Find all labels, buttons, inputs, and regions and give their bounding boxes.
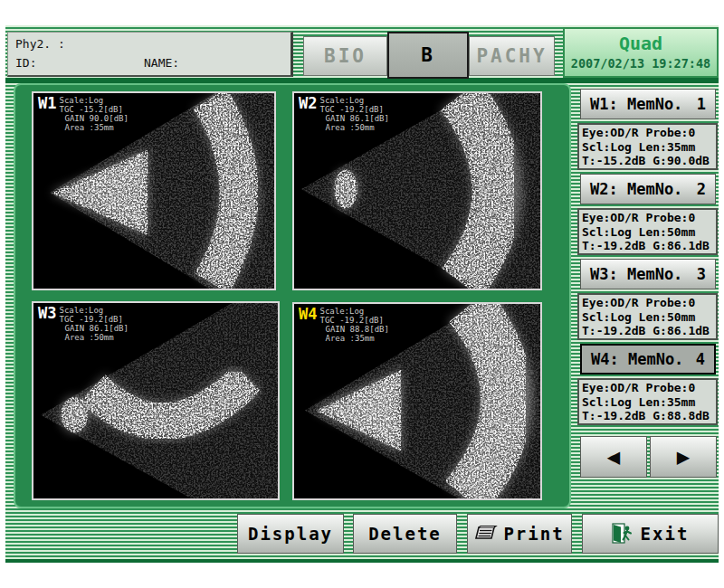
tgc-readout: TGC -15.2[dB]	[59, 105, 128, 114]
print-button[interactable]: Print	[467, 514, 572, 554]
scale-readout: Scale:Log	[59, 96, 128, 105]
scale-readout: Scale:Log	[319, 96, 388, 105]
scale-readout: Scale:Log	[319, 307, 388, 316]
tgc-gain-readout: T:-19.2dB G:86.1dB	[582, 239, 713, 253]
memory-info-w4: Eye:OD/R Probe:0 Scl:Log Len:35mm T:-19.…	[577, 378, 718, 425]
memory-pager: ◀ ▶	[580, 436, 718, 478]
image-overlay-w1: W1 Scale:Log TGC -15.2[dB] GAIN 90.0[dB]…	[38, 96, 129, 132]
area-readout: Area :35mm	[59, 123, 128, 132]
print-icon	[474, 525, 498, 543]
display-button-label: Display	[248, 524, 333, 544]
memory-title: W2: MemNo.	[590, 180, 682, 198]
window-label-w3: W3	[38, 306, 56, 321]
memory-button-w1[interactable]: W1: MemNo. 1	[580, 89, 716, 119]
left-arrow-icon: ◀	[607, 444, 620, 469]
window-label-w1: W1	[38, 96, 56, 111]
device-screen: Phy2. : ID: NAME: BIO B PACHY Quad 2007/…	[5, 25, 719, 563]
physician-label: Phy2. :	[15, 37, 65, 51]
gain-readout: GAIN 86.1[dB]	[59, 324, 128, 333]
area-readout: Area :50mm	[319, 123, 388, 132]
gain-readout: GAIN 86.1[dB]	[319, 114, 388, 123]
eye-probe-readout: Eye:OD/R Probe:0	[582, 381, 713, 395]
scale-length-readout: Scl:Log Len:50mm	[582, 225, 713, 240]
ultrasound-image-w2[interactable]: W2 Scale:Log TGC -19.2[dB] GAIN 86.1[dB]…	[292, 91, 542, 290]
tgc-gain-readout: T:-15.2dB G:90.0dB	[582, 154, 713, 168]
memory-button-w4-selected[interactable]: W4: MemNo. 4	[580, 344, 716, 375]
delete-button-label: Delete	[368, 524, 442, 544]
exit-door-icon	[612, 523, 635, 545]
tgc-readout: TGC -19.2[dB]	[319, 105, 388, 114]
tgc-readout: TGC -19.2[dB]	[319, 316, 388, 325]
quad-image-panel: W1 Scale:Log TGC -15.2[dB] GAIN 90.0[dB]…	[14, 83, 571, 508]
memory-title: W4: MemNo.	[591, 350, 683, 368]
exit-button[interactable]: Exit	[582, 514, 719, 554]
memory-info-w2: Eye:OD/R Probe:0 Scl:Log Len:50mm T:-19.…	[577, 208, 718, 255]
scale-length-readout: Scl:Log Len:35mm	[582, 395, 713, 410]
tgc-gain-readout: T:-19.2dB G:88.8dB	[582, 409, 713, 423]
memory-info-w3: Eye:OD/R Probe:0 Scl:Log Len:50mm T:-19.…	[577, 293, 718, 340]
display-mode-label: Quad	[565, 33, 717, 54]
memory-number: 1	[697, 95, 706, 113]
display-button[interactable]: Display	[237, 514, 344, 554]
next-button[interactable]: ▶	[650, 436, 717, 478]
patient-info-box[interactable]: Phy2. : ID: NAME:	[7, 32, 293, 77]
area-readout: Area :50mm	[59, 333, 128, 342]
memory-number: 4	[696, 350, 705, 368]
eye-probe-readout: Eye:OD/R Probe:0	[582, 126, 713, 140]
tab-pachy[interactable]: PACHY	[469, 36, 555, 76]
ultrasound-image-w3[interactable]: W3 Scale:Log TGC -19.2[dB] GAIN 86.1[dB]…	[32, 301, 280, 500]
scale-length-readout: Scl:Log Len:35mm	[582, 140, 713, 155]
tgc-readout: TGC -19.2[dB]	[59, 315, 128, 324]
window-label-w2: W2	[299, 96, 317, 111]
mode-datetime-display: Quad 2007/02/13 19:27:48	[563, 27, 719, 78]
patient-name-label: NAME:	[144, 56, 179, 70]
gain-readout: GAIN 90.0[dB]	[59, 114, 128, 123]
ultrasound-image-w4-selected[interactable]: W4 Scale:Log TGC -19.2[dB] GAIN 88.8[dB]…	[292, 302, 542, 500]
memory-sidebar: W1: MemNo. 1 Eye:OD/R Probe:0 Scl:Log Le…	[576, 83, 719, 508]
tab-bio[interactable]: BIO	[303, 36, 387, 76]
memory-info-w1: Eye:OD/R Probe:0 Scl:Log Len:35mm T:-15.…	[577, 123, 718, 170]
memory-title: W3: MemNo.	[590, 265, 682, 283]
memory-button-w3[interactable]: W3: MemNo. 3	[580, 259, 716, 289]
memory-button-w2[interactable]: W2: MemNo. 2	[580, 174, 716, 204]
eye-probe-readout: Eye:OD/R Probe:0	[582, 296, 713, 310]
eye-probe-readout: Eye:OD/R Probe:0	[582, 211, 713, 225]
memory-number: 3	[697, 265, 706, 283]
datetime-label: 2007/02/13 19:27:48	[565, 56, 717, 71]
area-readout: Area :35mm	[319, 334, 388, 343]
window-label-w4: W4	[299, 307, 317, 322]
previous-button[interactable]: ◀	[580, 436, 647, 478]
memory-title: W1: MemNo.	[590, 95, 682, 113]
memory-number: 2	[697, 180, 706, 198]
image-overlay-w4: W4 Scale:Log TGC -19.2[dB] GAIN 88.8[dB]…	[299, 307, 389, 343]
image-overlay-w3: W3 Scale:Log TGC -19.2[dB] GAIN 86.1[dB]…	[38, 306, 129, 342]
tab-b-selected[interactable]: B	[387, 32, 469, 79]
print-button-label: Print	[503, 524, 564, 544]
exit-button-label: Exit	[641, 524, 690, 544]
right-arrow-icon: ▶	[677, 444, 690, 469]
scale-length-readout: Scl:Log Len:50mm	[582, 310, 713, 325]
tgc-gain-readout: T:-19.2dB G:86.1dB	[582, 324, 713, 338]
ultrasound-image-w1[interactable]: W1 Scale:Log TGC -15.2[dB] GAIN 90.0[dB]…	[32, 91, 276, 290]
patient-id-label: ID:	[15, 56, 36, 70]
image-overlay-w2: W2 Scale:Log TGC -19.2[dB] GAIN 86.1[dB]…	[299, 96, 389, 132]
scale-readout: Scale:Log	[59, 306, 128, 315]
gain-readout: GAIN 88.8[dB]	[319, 325, 388, 334]
delete-button[interactable]: Delete	[353, 514, 457, 554]
